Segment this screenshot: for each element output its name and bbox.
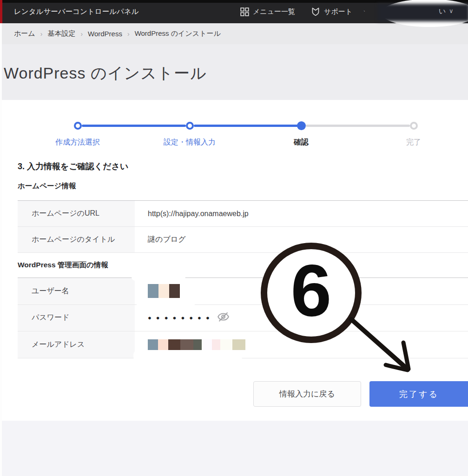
support-button[interactable]: サポート — [311, 7, 352, 16]
row-value-url: http(s)://hajipay.onamaeweb.jp — [135, 201, 468, 226]
grid-menu-icon — [240, 7, 249, 16]
step-dot-done — [410, 122, 418, 130]
menu-list-button[interactable]: メニュー一覧 — [240, 7, 295, 16]
step-label-done: 完了 — [406, 138, 421, 147]
password-visibility-off-icon[interactable] — [217, 311, 230, 325]
admin-info-table: ユーザー名 パスワード ●●●●●●●● メールアドレス — [18, 278, 468, 358]
footer-band — [2, 421, 468, 476]
email-privacy-mosaic — [148, 339, 245, 350]
stepper-line-3 — [306, 125, 410, 127]
row-label-username: ユーザー名 — [18, 278, 135, 304]
left-red-edge — [0, 0, 2, 23]
step-dot-input — [186, 122, 194, 130]
breadcrumb-separator: › — [40, 30, 43, 38]
row-label-url: ホームページのURL — [18, 201, 135, 226]
step-label-confirm: 確認 — [294, 138, 309, 147]
row-label-site-title: ホームページのタイトル — [18, 227, 135, 252]
privacy-mask-blob — [137, 300, 195, 309]
stepper-line-2 — [194, 125, 298, 127]
privacy-mask-blob — [133, 350, 242, 362]
page-title: WordPress のインストール — [4, 63, 207, 84]
breadcrumb: ホーム › 基本設定 › WordPress › WordPress のインスト… — [2, 23, 468, 44]
homepage-section-heading: ホームページ情報 — [18, 181, 76, 191]
step-label-input: 設定・情報入力 — [164, 138, 216, 147]
support-label: サポート — [324, 7, 352, 16]
annotation-circle-6: 6 — [261, 243, 362, 343]
header-nav: メニュー一覧 サポート — [240, 0, 352, 23]
support-book-icon — [311, 7, 320, 16]
breadcrumb-wordpress[interactable]: WordPress — [88, 30, 122, 38]
breadcrumb-current-page: WordPress のインストール — [135, 29, 221, 38]
table-row: ユーザー名 — [18, 278, 468, 305]
account-masked-text: い — [439, 7, 446, 16]
table-row: パスワード ●●●●●●●● — [18, 305, 468, 332]
table-row: ホームページのURL http(s)://hajipay.onamaeweb.j… — [18, 201, 468, 227]
annotation-number: 6 — [291, 253, 332, 327]
table-row: ホームページのタイトル 謎のブログ — [18, 227, 468, 253]
username-privacy-mosaic — [148, 284, 180, 298]
admin-section-heading: WordPress 管理画面の情報 — [18, 260, 108, 270]
brand-title: レンタルサーバーコントロールパネル — [14, 0, 139, 23]
stepper-line-1 — [82, 125, 186, 127]
password-dots: ●●●●●●●● — [148, 314, 214, 321]
homepage-info-table: ホームページのURL http(s)://hajipay.onamaeweb.j… — [18, 200, 468, 253]
breadcrumb-separator: › — [80, 30, 83, 38]
row-label-password: パスワード — [18, 305, 135, 331]
breadcrumb-home[interactable]: ホーム — [14, 29, 35, 38]
wordpress-install-confirm-page: レンタルサーバーコントロールパネル メニュー一覧 サポート — [0, 0, 468, 476]
left-edge-strip — [0, 23, 2, 476]
page-title-band: WordPress のインストール — [2, 44, 468, 100]
finish-button[interactable]: 完了する — [369, 381, 468, 407]
step-dot-confirm — [297, 121, 306, 130]
account-prefix-mark: 、 — [363, 5, 369, 13]
account-name-blur — [377, 4, 468, 21]
step-label-method: 作成方法選択 — [55, 138, 100, 147]
account-dropdown-chevron-icon[interactable]: ∨ — [449, 7, 454, 14]
confirm-heading: 3. 入力情報をご確認ください — [18, 161, 129, 172]
breadcrumb-separator: › — [127, 30, 130, 38]
row-label-email: メールアドレス — [18, 331, 135, 358]
privacy-mask-blob — [132, 273, 185, 281]
table-row: メールアドレス — [18, 331, 468, 358]
back-to-input-button[interactable]: 情報入力に戻る — [253, 381, 361, 407]
menu-list-label: メニュー一覧 — [253, 7, 295, 16]
step-dot-method — [74, 122, 82, 130]
breadcrumb-basic-settings[interactable]: 基本設定 — [47, 29, 75, 38]
